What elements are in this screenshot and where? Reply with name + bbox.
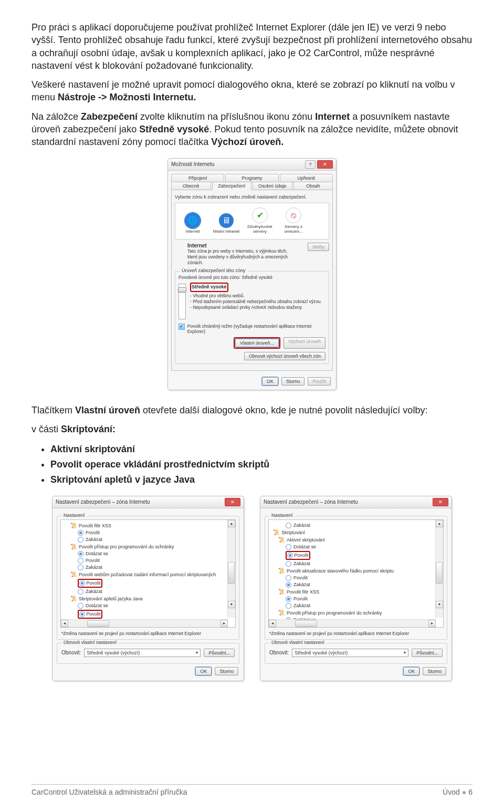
radio-label: Povolit bbox=[86, 558, 100, 563]
ok-button[interactable]: OK bbox=[262, 377, 278, 386]
radio[interactable] bbox=[286, 544, 291, 550]
check-icon: ✔ bbox=[252, 207, 268, 223]
radio[interactable] bbox=[78, 565, 83, 570]
tree-node: Povolit webům požadovat zadání informací… bbox=[79, 572, 216, 577]
radio-label: Povolit bbox=[87, 611, 101, 617]
paragraph: Veškeré nastavení je možné upravit pomoc… bbox=[32, 78, 472, 104]
tab-general[interactable]: Obecné bbox=[171, 182, 211, 190]
vertical-scrollbar[interactable]: ▴▾ bbox=[227, 520, 235, 618]
radio[interactable] bbox=[287, 553, 293, 558]
intranet-icon: 🖥 bbox=[219, 213, 234, 228]
tab-advanced[interactable]: Upřesnit bbox=[280, 174, 333, 182]
radio[interactable] bbox=[286, 523, 291, 528]
paragraph: Na záložce Zabezpečení zvolte kliknutím … bbox=[32, 110, 472, 149]
radio[interactable] bbox=[78, 589, 83, 595]
internet-options-dialog: Možnosti Internetu ? ✕ Připojení Program… bbox=[167, 158, 337, 390]
scrollbar-thumb[interactable] bbox=[295, 620, 317, 627]
tab-privacy[interactable]: Osobní údaje bbox=[253, 182, 292, 190]
tab-security[interactable]: Zabezpečení bbox=[212, 182, 252, 190]
group-title: Nastavení bbox=[269, 513, 295, 518]
scroll-left-icon[interactable]: ◂ bbox=[269, 620, 276, 627]
scrollbar-thumb[interactable] bbox=[87, 620, 109, 627]
scroll-up-icon[interactable]: ▴ bbox=[436, 520, 443, 527]
radio[interactable] bbox=[78, 603, 83, 609]
scroll-down-icon[interactable]: ▾ bbox=[228, 601, 235, 608]
restore-label: Obnovit: bbox=[61, 650, 81, 655]
apply-button[interactable]: Použít bbox=[308, 377, 331, 386]
zone-trusted[interactable]: ✔Důvěryhodné servery bbox=[246, 207, 274, 234]
reset-zones-button[interactable]: Obnovit výchozí úroveň všech zón bbox=[244, 352, 326, 360]
custom-level-button[interactable]: Vlastní úroveň... bbox=[235, 339, 279, 347]
scroll-down-icon[interactable]: ▾ bbox=[436, 601, 443, 608]
radio[interactable] bbox=[286, 596, 291, 602]
cancel-button[interactable]: Storno bbox=[281, 377, 305, 386]
group-title: Nastavení bbox=[61, 513, 87, 518]
radio[interactable] bbox=[78, 530, 83, 536]
horizontal-scrollbar[interactable]: ◂▸ bbox=[269, 619, 436, 627]
horizontal-scrollbar[interactable]: ◂▸ bbox=[61, 619, 228, 627]
radio[interactable] bbox=[286, 561, 291, 567]
select-value: Středně vysoké (výchozí) bbox=[87, 650, 140, 655]
restore-button[interactable]: Původní... bbox=[204, 649, 235, 657]
radio[interactable] bbox=[286, 603, 291, 609]
radio[interactable] bbox=[78, 537, 83, 543]
tab-content[interactable]: Obsah bbox=[293, 182, 333, 190]
tree-node: Povolit přístup pro programování do schr… bbox=[287, 610, 382, 616]
zone-intranet[interactable]: 🖥Místní intranet bbox=[212, 213, 240, 234]
ok-button[interactable]: OK bbox=[403, 667, 419, 675]
restore-select[interactable]: Středně vysoké (výchozí)▾ bbox=[84, 649, 201, 657]
settings-tree[interactable]: 📜Povolit filtr XSS Povolit Zakázat 📜Povo… bbox=[60, 519, 236, 628]
close-button[interactable]: ✕ bbox=[225, 498, 240, 506]
scroll-left-icon[interactable]: ◂ bbox=[61, 620, 68, 627]
footer-section: Úvod bbox=[443, 788, 460, 796]
text-bold: Výchozí úroveň. bbox=[211, 137, 284, 147]
hint-text: Vyberte zónu k zobrazení nebo změně nast… bbox=[175, 194, 329, 200]
block-icon: ⦸ bbox=[286, 207, 301, 223]
cancel-button[interactable]: Storno bbox=[215, 667, 238, 675]
scroll-icon: 📜 bbox=[70, 596, 77, 602]
tab-connections[interactable]: Připojení bbox=[171, 174, 224, 182]
close-button[interactable]: ✕ bbox=[317, 160, 333, 169]
ok-button[interactable]: OK bbox=[195, 667, 212, 675]
scroll-icon: 📜 bbox=[278, 537, 285, 543]
zone-restricted[interactable]: ⦸Servery s omezen... bbox=[279, 207, 308, 234]
close-button[interactable]: ✕ bbox=[433, 498, 448, 506]
zone-heading: Internet bbox=[175, 243, 292, 248]
radio[interactable] bbox=[286, 582, 291, 588]
scroll-right-icon[interactable]: ▸ bbox=[220, 620, 228, 627]
slider-thumb[interactable] bbox=[178, 287, 186, 293]
radio-label: Povolit bbox=[293, 575, 308, 580]
help-button[interactable]: ? bbox=[305, 160, 316, 169]
scrollbar-thumb[interactable] bbox=[228, 562, 235, 584]
scroll-icon: 📜 bbox=[273, 529, 279, 536]
restore-select[interactable]: Středně vysoké (výchozí)▾ bbox=[292, 649, 408, 657]
radio-label: Povolit bbox=[87, 580, 101, 586]
cancel-button[interactable]: Storno bbox=[423, 667, 446, 675]
tree-node: Stažení bbox=[74, 627, 90, 628]
sites-button[interactable]: Weby bbox=[308, 243, 329, 251]
radio[interactable] bbox=[78, 551, 83, 557]
radio-label: Zakázat bbox=[293, 561, 310, 566]
settings-tree[interactable]: Zakázat 📜Skriptování 📜Aktivní skriptován… bbox=[268, 519, 444, 628]
zone-internet[interactable]: 🌐Internet bbox=[178, 213, 207, 234]
restore-button[interactable]: Původní... bbox=[412, 649, 443, 657]
protected-mode-checkbox[interactable]: ✔ bbox=[178, 324, 185, 330]
tree-node: Skriptování apletů jazyka Java bbox=[79, 596, 143, 601]
default-level-button[interactable]: Výchozí úroveň bbox=[284, 337, 326, 349]
vertical-scrollbar[interactable]: ▴▾ bbox=[435, 520, 443, 618]
scrollbar-thumb[interactable] bbox=[436, 562, 443, 584]
radio-label: Povolit bbox=[295, 553, 309, 558]
chevron-down-icon: ▾ bbox=[404, 650, 406, 655]
radio[interactable] bbox=[286, 575, 291, 581]
tree-node: Povolit filtr XSS bbox=[79, 523, 111, 528]
scroll-right-icon[interactable]: ▸ bbox=[428, 620, 436, 627]
radio-label: Zakázat bbox=[86, 537, 102, 542]
chevron-down-icon: ▾ bbox=[196, 650, 198, 655]
radio[interactable] bbox=[79, 611, 85, 617]
scroll-up-icon[interactable]: ▴ bbox=[228, 520, 235, 527]
globe-icon: 🌐 bbox=[185, 213, 200, 228]
radio[interactable] bbox=[79, 580, 85, 586]
radio[interactable] bbox=[78, 558, 83, 564]
tab-programs[interactable]: Programy bbox=[225, 174, 278, 182]
security-slider[interactable] bbox=[178, 284, 186, 319]
